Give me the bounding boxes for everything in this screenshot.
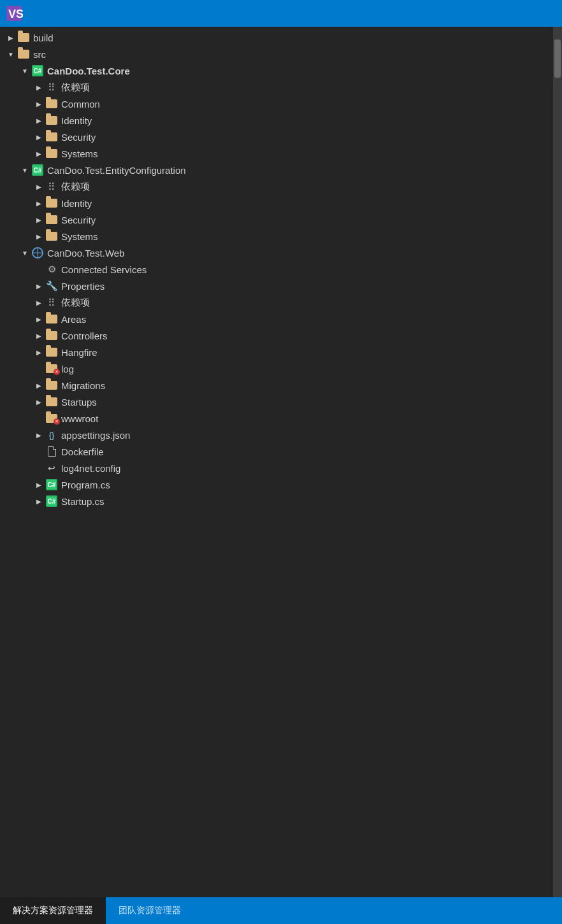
tree-node[interactable]: ▶Systems (0, 145, 553, 162)
scrollbar-thumb[interactable] (554, 39, 561, 78)
tree-node[interactable]: ▶Identity (0, 112, 553, 129)
tree-node[interactable]: ▶Hangfire (0, 344, 553, 360)
expand-arrow[interactable]: ▶ (33, 429, 45, 441)
expand-arrow[interactable]: ▶ (5, 32, 17, 43)
node-label: Migrations (61, 380, 105, 391)
folder-icon (46, 232, 57, 241)
node-label: wwwroot (61, 413, 98, 424)
expand-arrow[interactable]: ▶ (33, 82, 45, 93)
folder-icon (46, 116, 57, 125)
tree-node[interactable]: ▶Migrations (0, 377, 553, 394)
folder-icon (46, 397, 57, 406)
folder-icon (46, 348, 57, 357)
svg-text:VS: VS (8, 8, 23, 20)
scrollbar[interactable] (553, 27, 562, 897)
tree-node[interactable]: ▼C#CanDoo.Test.Core (0, 62, 553, 79)
tree-node[interactable]: ⚙Connected Services (0, 261, 553, 278)
bottom-tab-team-explorer[interactable]: 团队资源管理器 (106, 897, 194, 924)
tree-node[interactable]: ▶🔧Properties (0, 278, 553, 294)
expand-arrow[interactable]: ▶ (33, 148, 45, 159)
tree-node[interactable]: ▶Systems (0, 228, 553, 245)
arrow-placeholder (33, 363, 45, 374)
tree-node[interactable]: wwwroot (0, 410, 553, 427)
folder-error-icon (46, 364, 57, 373)
folder-icon (18, 50, 29, 59)
folder-icon (46, 199, 57, 208)
expand-arrow[interactable]: ▶ (33, 479, 45, 490)
tree-node[interactable]: ▶C#Program.cs (0, 476, 553, 493)
tree-node[interactable]: ▶build (0, 29, 553, 46)
globe-icon (32, 247, 43, 259)
expand-arrow[interactable]: ▼ (19, 247, 31, 259)
tree-node[interactable]: ▶⠿依赖项 (0, 178, 553, 195)
node-label: Dockerfile (61, 446, 104, 457)
node-label: Connected Services (61, 264, 147, 275)
node-label: CanDoo.Test.Core (47, 66, 130, 76)
node-label: Startups (61, 397, 97, 408)
folder-error-icon (46, 414, 57, 423)
expand-arrow[interactable]: ▶ (33, 131, 45, 143)
bottom-tab-solution-explorer[interactable]: 解决方案资源管理器 (0, 897, 106, 924)
expand-arrow[interactable]: ▶ (33, 231, 45, 242)
properties-icon: 🔧 (45, 280, 59, 292)
node-label: Hangfire (61, 347, 97, 358)
arrow-placeholder (33, 446, 45, 457)
expand-arrow[interactable]: ▶ (33, 346, 45, 358)
tree-node[interactable]: ▶⠿依赖项 (0, 294, 553, 311)
expand-arrow[interactable]: ▶ (33, 115, 45, 126)
connected-services-icon: ⚙ (45, 264, 59, 275)
tree-node[interactable]: ↩log4net.config (0, 460, 553, 476)
expand-arrow[interactable]: ▶ (33, 297, 45, 308)
node-label: 依赖项 (61, 297, 90, 309)
node-label: build (33, 32, 54, 43)
node-label: 依赖项 (61, 181, 90, 193)
expand-arrow[interactable]: ▶ (33, 495, 45, 507)
node-label: appsettings.json (61, 430, 130, 441)
csharp-icon: C# (46, 479, 57, 490)
node-label: Program.cs (61, 480, 110, 490)
solution-explorer-tree[interactable]: ▶build▼src▼C#CanDoo.Test.Core▶⠿依赖项▶Commo… (0, 27, 553, 897)
folder-icon (46, 331, 57, 340)
tree-node[interactable]: ▶Startups (0, 394, 553, 410)
folder-icon (46, 132, 57, 141)
tree-node[interactable]: ▶Areas (0, 311, 553, 327)
expand-arrow[interactable]: ▶ (33, 98, 45, 110)
tree-node[interactable]: ▶Controllers (0, 327, 553, 344)
node-label: Security (61, 132, 96, 143)
tree-node[interactable]: ▶Security (0, 211, 553, 228)
tree-node[interactable]: log (0, 360, 553, 377)
tree-node[interactable]: ▶⠿依赖项 (0, 79, 553, 96)
expand-arrow[interactable]: ▶ (33, 214, 45, 225)
arrow-placeholder (33, 413, 45, 424)
tree-node[interactable]: ▼src (0, 46, 553, 62)
expand-arrow[interactable]: ▶ (33, 380, 45, 391)
node-label: Security (61, 215, 96, 225)
csharp-icon: C# (46, 495, 57, 507)
node-label: Identity (61, 198, 92, 209)
expand-arrow[interactable]: ▶ (33, 181, 45, 192)
expand-arrow[interactable]: ▶ (33, 330, 45, 341)
expand-arrow[interactable]: ▶ (33, 396, 45, 408)
tree-node[interactable]: ▶Common (0, 96, 553, 112)
node-label: log (61, 364, 74, 374)
expand-arrow[interactable]: ▶ (33, 280, 45, 292)
tree-node[interactable]: ▼CanDoo.Test.Web (0, 245, 553, 261)
node-label: Properties (61, 281, 104, 292)
node-label: Common (61, 99, 100, 110)
expand-arrow[interactable]: ▼ (19, 164, 31, 176)
tree-node[interactable]: ▶Security (0, 129, 553, 145)
expand-arrow[interactable]: ▼ (19, 65, 31, 76)
node-label: Startup.cs (61, 496, 104, 507)
folder-icon (46, 99, 57, 108)
tree-node[interactable]: ▼C#CanDoo.Test.EntityConfiguration (0, 162, 553, 178)
node-label: CanDoo.Test.EntityConfiguration (47, 165, 186, 176)
tree-node[interactable]: ▶C#Startup.cs (0, 493, 553, 509)
tree-node[interactable]: ▶Identity (0, 195, 553, 211)
folder-icon (46, 215, 57, 224)
expand-arrow[interactable]: ▼ (5, 48, 17, 60)
node-label: log4net.config (61, 463, 120, 474)
tree-node[interactable]: ▶{}appsettings.json (0, 427, 553, 443)
expand-arrow[interactable]: ▶ (33, 197, 45, 209)
expand-arrow[interactable]: ▶ (33, 313, 45, 325)
tree-node[interactable]: Dockerfile (0, 443, 553, 460)
